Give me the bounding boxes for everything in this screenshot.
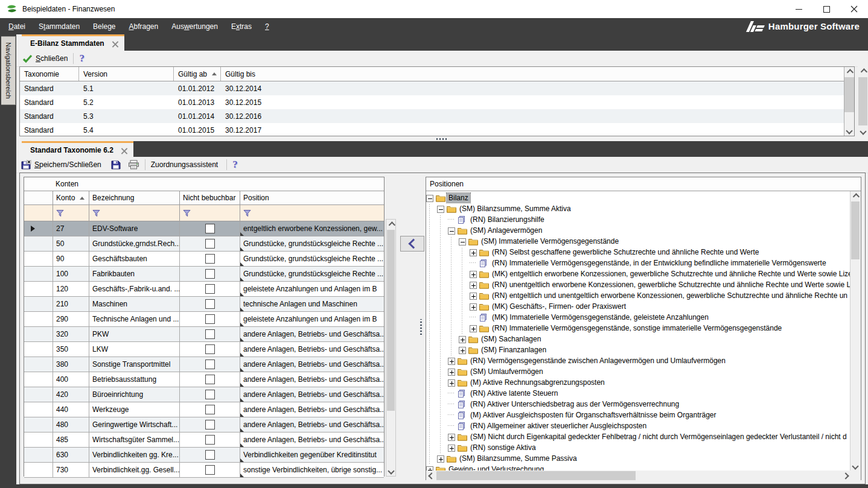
konten-row[interactable]: 730Verbindlichkeit.gg. Gesell...sonstige…: [24, 463, 384, 478]
expand-plus-icon[interactable]: [448, 379, 455, 387]
expand-plus-icon[interactable]: [448, 445, 455, 452]
tree-item-label[interactable]: (RN) unentgeltlich erworbene Konzessione…: [490, 280, 850, 290]
expand-plus-icon[interactable]: [459, 347, 466, 354]
minimize-button[interactable]: [785, 0, 812, 18]
menu-datei[interactable]: Datei: [2, 18, 32, 34]
tree-item-label[interactable]: (SM) Umlaufvermögen: [468, 367, 545, 376]
expand-plus-icon[interactable]: [470, 325, 477, 332]
tree-item-label[interactable]: Bilanz: [447, 193, 470, 203]
tree-item[interactable]: (RN) Bilanzierungshilfe: [426, 214, 850, 225]
konten-row[interactable]: 440Werkzeugeandere Anlagen, Betriebs- un…: [24, 402, 384, 417]
menu-abfragen[interactable]: Abfragen: [123, 18, 165, 34]
tree-item-label[interactable]: (SM) Bilanzsumme, Summe Passiva: [458, 454, 579, 463]
expand-plus-icon[interactable]: [448, 434, 455, 441]
save-icon[interactable]: [111, 160, 121, 170]
expand-plus-icon[interactable]: [459, 336, 466, 343]
filter-funnel-icon[interactable]: [240, 205, 384, 221]
konten-row[interactable]: 120Geschäfts-,Fabrik-u.and. ...geleistet…: [24, 282, 384, 297]
upper-pane-scrollbar[interactable]: [858, 66, 868, 136]
row-selector-cell[interactable]: [24, 357, 53, 372]
menu-belege[interactable]: Belege: [86, 18, 122, 34]
tree-item-label[interactable]: (RN) Bilanzierungshilfe: [468, 215, 546, 224]
konten-row[interactable]: 380Sonstige Transportmittelandere Anlage…: [24, 357, 384, 372]
checkbox[interactable]: [205, 254, 215, 264]
close-icon[interactable]: [112, 40, 118, 47]
expand-plus-icon[interactable]: [437, 455, 444, 463]
tree-item[interactable]: (RN) unentgeltlich erworbene Konzessione…: [426, 279, 850, 290]
row-selector-cell[interactable]: [24, 342, 53, 356]
table-row[interactable]: Standard5.201.01.201330.12.2015: [20, 95, 844, 109]
konten-row[interactable]: 630Verbindlichkeiten gg. Kre...Verbindli…: [24, 448, 384, 463]
row-selector-cell[interactable]: [24, 463, 53, 477]
expand-plus-icon[interactable]: [448, 358, 455, 365]
checkbox[interactable]: [205, 314, 215, 324]
checkbox[interactable]: [205, 344, 215, 354]
tree-item[interactable]: (SM) Bilanzsumme, Summe Aktiva: [426, 203, 850, 214]
table-row[interactable]: Standard5.401.01.201530.12.2017: [20, 123, 844, 136]
tree-item-label[interactable]: (RN) Immaterielle Vermögensgegenstände, …: [490, 323, 783, 333]
tree-item[interactable]: (SM) Nicht durch Eigenkapital gedeckter …: [426, 431, 850, 442]
tree-item[interactable]: (SM) Sachanlagen: [426, 334, 850, 344]
tree-item-label[interactable]: (SM) Immaterielle Vermögensgegenstände: [479, 236, 621, 246]
tree-item-label[interactable]: (RN) Allgemeiner aktiver steuerlicher Au…: [468, 421, 648, 431]
checkbox[interactable]: [205, 435, 215, 445]
row-selector-cell[interactable]: [24, 297, 53, 311]
column-header-nicht-bebuchbar[interactable]: Nicht bebuchbar: [180, 191, 240, 204]
tree-item-label[interactable]: (RN) entgeltlich und unentgeltlich erwor…: [490, 291, 849, 300]
tree-item-label[interactable]: (SM) Sachanlagen: [479, 334, 543, 344]
row-selector-cell[interactable]: [24, 402, 53, 417]
checkbox[interactable]: [205, 269, 215, 279]
tree-item-label[interactable]: (RN) sonstige Aktiva: [468, 443, 538, 452]
tree-item-label[interactable]: (RN) Selbst geschaffene gewerbliche Schu…: [490, 247, 761, 257]
checkbox[interactable]: [205, 224, 215, 233]
konten-row[interactable]: 485Wirtschaftsgüter Sammel...andere Anla…: [24, 433, 384, 448]
column-header-taxonomie[interactable]: Taxonomie: [20, 67, 79, 81]
tree-item-label[interactable]: (SM) Finanzanlagen: [479, 345, 548, 355]
konten-row[interactable]: 420Büroeinrichtungandere Anlagen, Betrie…: [24, 387, 384, 402]
tab-ebilanz-stammdaten[interactable]: E-Bilanz Stammdaten: [22, 34, 124, 51]
table-row[interactable]: Standard5.301.01.201430.12.2016: [20, 109, 844, 123]
collapse-minus-icon[interactable]: [426, 195, 433, 202]
tree-item[interactable]: (RN) entgeltlich und unentgeltlich erwor…: [426, 290, 850, 301]
konten-scrollbar[interactable]: [386, 219, 396, 477]
checkbox[interactable]: [205, 239, 215, 249]
schliessen-button[interactable]: Schließen: [36, 54, 68, 63]
tree-item-label[interactable]: (MK) entgeltlich erworbene Konzessionen,…: [490, 269, 850, 279]
row-selector-cell[interactable]: [24, 267, 53, 281]
column-header-gueltig-ab[interactable]: Gültig ab: [174, 67, 221, 81]
konten-row[interactable]: 400Betriebsausstattungandere Anlagen, Be…: [24, 372, 384, 387]
tree-item[interactable]: (RN) sonstige Aktiva: [426, 442, 850, 453]
row-selector-cell[interactable]: [24, 433, 53, 447]
expand-plus-icon[interactable]: [470, 249, 477, 256]
assign-left-button[interactable]: [400, 236, 424, 252]
konten-row[interactable]: 210Maschinentechnische Anlagen und Masch…: [24, 297, 384, 312]
checkbox[interactable]: [205, 390, 215, 399]
row-selector-cell[interactable]: [24, 387, 53, 402]
collapse-minus-icon[interactable]: [448, 227, 455, 235]
tree-item[interactable]: (SM) Finanzanlagen: [426, 344, 850, 355]
tree-item-label[interactable]: (MK) Geschäfts-, Firmen- oder Praxiswert: [490, 302, 628, 311]
expand-plus-icon[interactable]: [470, 293, 477, 300]
tree-item-label[interactable]: (M) Aktive Rechnungsabgrenzungsposten: [468, 378, 607, 387]
row-selector-cell[interactable]: [24, 282, 53, 296]
column-header-konto[interactable]: Konto: [53, 191, 89, 204]
tree-item[interactable]: (SM) Anlagevermögen: [426, 225, 850, 236]
tree-horizontal-scrollbar[interactable]: [426, 471, 861, 481]
tree-item[interactable]: (MK) entgeltlich erworbene Konzessionen,…: [426, 268, 850, 279]
tree-item-label[interactable]: (RN) Vermögensgegenstände zwischen Anlag…: [468, 356, 727, 366]
taxonomy-table-scrollbar[interactable]: [844, 67, 854, 136]
checkbox[interactable]: [205, 360, 215, 369]
zuordnungsassistent-button[interactable]: Zuordnungsassistent: [151, 160, 218, 169]
close-button[interactable]: [840, 0, 868, 18]
tree-item[interactable]: (RN) Vermögensgegenstände zwischen Anlag…: [426, 355, 850, 366]
row-selector-cell[interactable]: [24, 327, 53, 341]
expand-plus-icon[interactable]: [470, 271, 477, 278]
row-selector-cell[interactable]: [24, 221, 53, 236]
menu-help[interactable]: ?: [258, 18, 276, 34]
speichern-schliessen-button[interactable]: Speichern/Schließen: [34, 160, 101, 169]
print-icon[interactable]: [128, 160, 139, 170]
tree-item[interactable]: (SM) Bilanzsumme, Summe Passiva: [426, 453, 850, 464]
tree-item-label[interactable]: (MK) Immaterielle Vermögensgegenstände, …: [490, 312, 710, 322]
tab-standard-taxonomie[interactable]: Standard Taxonomie 6.2: [22, 141, 133, 157]
konten-row[interactable]: 320PKWandere Anlagen, Betriebs- und Gesc…: [24, 327, 384, 342]
